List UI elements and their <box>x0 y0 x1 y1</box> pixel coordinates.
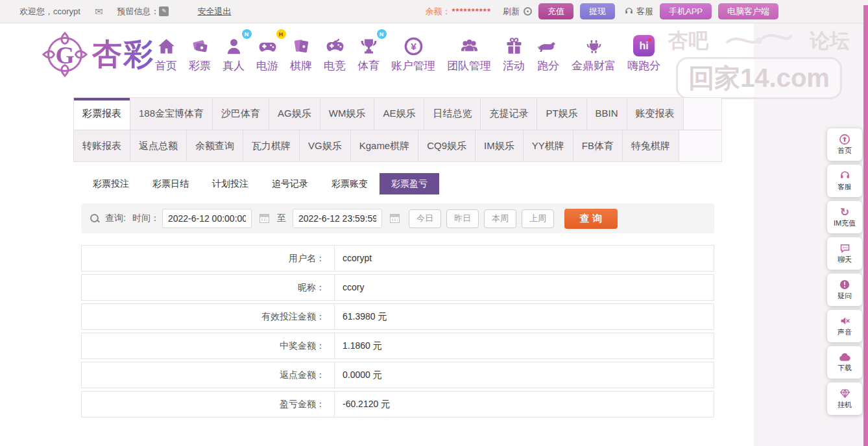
nav-item-live[interactable]: N 真人 <box>223 33 245 73</box>
main-tab[interactable]: AE娱乐 <box>374 98 424 130</box>
main-content: 彩票报表 188金宝博体育 沙巴体育 AG娱乐 WM娱乐 AE娱乐 日结总览 充… <box>73 97 722 420</box>
site-logo[interactable]: G 杏彩 <box>42 31 154 78</box>
row-value: ccorypt <box>335 246 372 271</box>
quick-range-this-week-button[interactable]: 本周 <box>484 209 516 228</box>
calendar-icon[interactable] <box>259 214 269 223</box>
search-icon <box>90 214 100 224</box>
site-header: G 杏彩 首页 彩票 N 真人 H 电游 棋牌 <box>0 23 868 96</box>
main-tab[interactable]: 瓦力棋牌 <box>243 130 300 161</box>
table-row: 返点金额： 0.0000 元 <box>81 362 714 388</box>
eye-icon[interactable] <box>524 7 532 16</box>
table-row: 昵称： ccory <box>81 274 714 301</box>
chess-cards-icon <box>291 33 311 56</box>
main-tab[interactable]: YY棋牌 <box>524 130 573 161</box>
side-button-sound[interactable]: 声音 <box>827 310 862 342</box>
message-envelope-icon[interactable]: ✉ <box>95 6 103 16</box>
datetime-to-input[interactable] <box>293 209 382 228</box>
pc-client-button[interactable]: 电脑客户端 <box>718 3 778 19</box>
headset-icon <box>839 170 851 182</box>
side-button-home[interactable]: 首页 <box>827 128 862 161</box>
logo-flower-emblem-icon: G <box>42 31 88 78</box>
main-tab[interactable]: FB体育 <box>573 130 623 161</box>
main-tab[interactable]: BBIN <box>587 98 627 130</box>
hi-app-text: hi <box>633 35 655 56</box>
main-tab[interactable]: WM娱乐 <box>320 98 375 130</box>
nav-item-egames[interactable]: H 电游 <box>256 33 278 73</box>
sub-tab-profit-loss[interactable]: 彩票盈亏 <box>380 173 439 194</box>
main-nav: 首页 彩票 N 真人 H 电游 棋牌 电竞 N <box>149 33 666 73</box>
main-tab[interactable]: 188金宝博体育 <box>130 98 213 130</box>
main-tab[interactable]: 沙巴体育 <box>213 98 269 130</box>
main-tab[interactable]: 特兔棋牌 <box>623 130 679 161</box>
to-label: 至 <box>277 213 286 224</box>
live-person-icon: N <box>224 33 244 56</box>
jinding-wealth-icon <box>584 33 604 56</box>
nav-item-hi-paofen[interactable]: hi 嗨跑分 <box>627 33 660 73</box>
main-tab[interactable]: 日结总览 <box>424 98 481 130</box>
row-value: -60.2120 元 <box>335 392 390 417</box>
main-tab[interactable]: Kgame棋牌 <box>351 130 419 161</box>
main-tab[interactable]: 转账报表 <box>74 130 130 161</box>
datetime-from-input[interactable] <box>162 209 252 228</box>
nav-item-lottery[interactable]: 彩票 <box>189 33 211 73</box>
sub-tab[interactable]: 彩票账变 <box>320 173 380 194</box>
time-label: 时间： <box>132 213 160 224</box>
main-tab[interactable]: 账变报表 <box>627 98 684 130</box>
nav-item-chess[interactable]: 棋牌 <box>290 33 312 73</box>
nav-item-team[interactable]: 团队管理 <box>447 33 491 73</box>
refresh-balance-button[interactable]: 刷新 <box>503 6 520 18</box>
nav-item-sports[interactable]: N 体育 <box>357 33 380 73</box>
lottery-ticket-icon <box>190 33 210 56</box>
quick-range-last-week-button[interactable]: 上周 <box>522 209 554 228</box>
main-tab[interactable]: AG娱乐 <box>269 98 320 130</box>
mute-speaker-icon <box>839 315 851 327</box>
sub-tab[interactable]: 计划投注 <box>200 173 260 194</box>
row-label: 昵称： <box>82 275 335 300</box>
main-tab[interactable]: IM娱乐 <box>476 130 524 161</box>
nav-label: 彩票 <box>189 58 211 73</box>
nav-item-esports[interactable]: 电竞 <box>324 33 346 73</box>
side-button-label: 聊天 <box>838 255 852 264</box>
calendar-icon[interactable] <box>390 214 400 223</box>
sub-tab[interactable]: 追号记录 <box>260 173 320 194</box>
deposit-button[interactable]: 充值 <box>538 3 573 19</box>
main-tab[interactable]: CQ9娱乐 <box>418 130 476 161</box>
side-button-afk[interactable]: 挂机 <box>827 382 862 415</box>
up-circle-icon <box>839 134 850 145</box>
quick-range-today-button[interactable]: 今日 <box>409 209 441 228</box>
nav-item-home[interactable]: 首页 <box>155 33 177 73</box>
side-button-label: 声音 <box>838 327 852 337</box>
side-button-im-recharge[interactable]: ↻ IM充值 <box>827 201 862 233</box>
main-tab[interactable]: 彩票报表 <box>74 98 130 130</box>
query-bar: 查询: 时间： 至 今日 昨日 本周 上周 查 询 <box>81 204 714 233</box>
nav-item-account[interactable]: ¥ 账户管理 <box>391 33 435 73</box>
nav-item-jinding[interactable]: 金鼎财富 <box>572 33 616 73</box>
nav-label: 电游 <box>256 58 278 73</box>
welcome-text: 欢迎您，ccorypt <box>19 6 80 18</box>
edit-reserved-info-icon[interactable]: ✎ <box>159 6 169 16</box>
mobile-app-button[interactable]: 手机APP <box>660 3 712 19</box>
customer-service-link[interactable]: 客服 <box>624 6 653 18</box>
main-tab[interactable]: PT娱乐 <box>537 98 586 130</box>
main-tab[interactable]: 返点总额 <box>130 130 187 161</box>
side-button-download[interactable]: 下载 <box>827 346 862 379</box>
sub-tab[interactable]: 彩票投注 <box>81 173 141 194</box>
main-tab[interactable]: VG娱乐 <box>300 130 351 161</box>
side-button-label: 挂机 <box>838 400 852 410</box>
side-button-label: 疑问 <box>838 291 852 301</box>
nav-item-paofen[interactable]: 跑分 <box>536 33 560 73</box>
side-button-question[interactable]: 疑问 <box>827 274 862 306</box>
reserved-info-label: 预留信息： <box>117 6 159 18</box>
nav-label: 团队管理 <box>447 58 491 73</box>
main-tab[interactable]: 充提记录 <box>481 98 537 130</box>
side-button-chat[interactable]: 聊天 <box>827 237 862 270</box>
nav-item-activity[interactable]: 活动 <box>503 33 525 73</box>
side-button-service[interactable]: 客服 <box>827 165 862 197</box>
quick-range-yesterday-button[interactable]: 昨日 <box>446 209 479 228</box>
query-submit-button[interactable]: 查 询 <box>564 209 618 229</box>
sub-tab[interactable]: 彩票日结 <box>141 173 200 194</box>
main-tab[interactable]: 余额查询 <box>187 130 243 161</box>
diamond-icon <box>839 388 851 399</box>
logout-link[interactable]: 安全退出 <box>197 6 231 18</box>
withdraw-button[interactable]: 提现 <box>580 3 615 19</box>
